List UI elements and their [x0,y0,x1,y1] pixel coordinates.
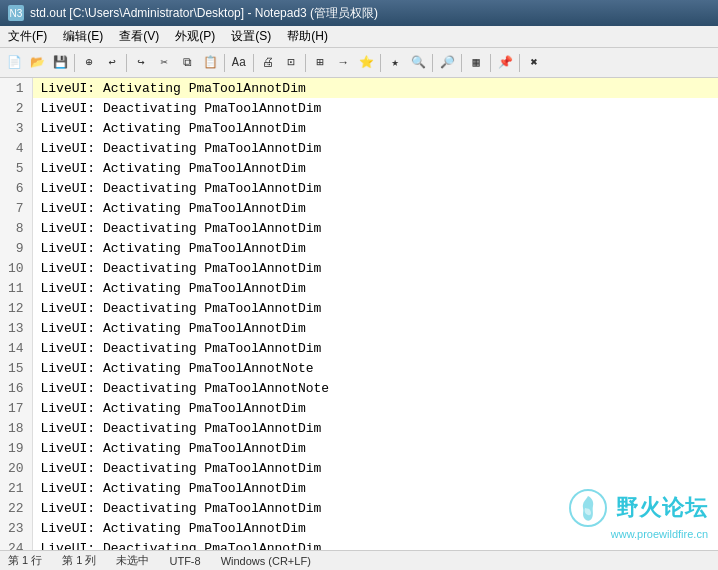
table-row: 17LiveUI: Activating PmaToolAnnotDim [0,398,718,418]
menu-bar: 文件(F)编辑(E)查看(V)外观(P)设置(S)帮助(H) [0,26,718,48]
line-table: 1LiveUI: Activating PmaToolAnnotDim2Live… [0,78,718,550]
toolbar-btn-new[interactable]: 📄 [3,52,25,74]
status-line: 第 1 行 [8,553,42,568]
table-row: 18LiveUI: Deactivating PmaToolAnnotDim [0,418,718,438]
status-lineend: Windows (CR+LF) [221,555,311,567]
toolbar-separator [432,54,433,72]
toolbar-btn-preview[interactable]: ⊡ [280,52,302,74]
table-row: 22LiveUI: Deactivating PmaToolAnnotDim [0,498,718,518]
toolbar-btn-zoom-out[interactable]: 🔎 [436,52,458,74]
line-content: LiveUI: Deactivating PmaToolAnnotDim [32,498,718,518]
table-row: 2LiveUI: Deactivating PmaToolAnnotDim [0,98,718,118]
line-content: LiveUI: Activating PmaToolAnnotDim [32,238,718,258]
window-title: std.out [C:\Users\Administrator\Desktop]… [30,5,710,22]
line-content: LiveUI: Deactivating PmaToolAnnotDim [32,538,718,550]
line-content: LiveUI: Deactivating PmaToolAnnotDim [32,98,718,118]
line-content: LiveUI: Deactivating PmaToolAnnotDim [32,258,718,278]
toolbar: 📄📂💾⊕↩↪✂⧉📋Aa🖨⊡⊞→⭐★🔍🔎▦📌✖ [0,48,718,78]
toolbar-btn-bookmark[interactable]: ⭐ [355,52,377,74]
line-content: LiveUI: Activating PmaToolAnnotDim [32,118,718,138]
table-row: 3LiveUI: Activating PmaToolAnnotDim [0,118,718,138]
menu-item-edit[interactable]: 编辑(E) [55,26,111,47]
menu-item-view[interactable]: 查看(V) [111,26,167,47]
toolbar-btn-pin[interactable]: 📌 [494,52,516,74]
line-content: LiveUI: Deactivating PmaToolAnnotDim [32,178,718,198]
line-content: LiveUI: Activating PmaToolAnnotDim [32,518,718,538]
status-col: 第 1 列 [62,553,96,568]
table-row: 14LiveUI: Deactivating PmaToolAnnotDim [0,338,718,358]
line-number: 19 [0,438,32,458]
table-row: 10LiveUI: Deactivating PmaToolAnnotDim [0,258,718,278]
table-row: 1LiveUI: Activating PmaToolAnnotDim [0,78,718,98]
menu-item-appearance[interactable]: 外观(P) [167,26,223,47]
table-row: 12LiveUI: Deactivating PmaToolAnnotDim [0,298,718,318]
line-content: LiveUI: Deactivating PmaToolAnnotDim [32,338,718,358]
toolbar-btn-open[interactable]: 📂 [26,52,48,74]
table-row: 6LiveUI: Deactivating PmaToolAnnotDim [0,178,718,198]
toolbar-separator [461,54,462,72]
status-bar: 第 1 行 第 1 列 未选中 UTF-8 Windows (CR+LF) [0,550,718,570]
toolbar-btn-redo[interactable]: ↪ [130,52,152,74]
line-content: LiveUI: Deactivating PmaToolAnnotDim [32,418,718,438]
line-content: LiveUI: Activating PmaToolAnnotDim [32,158,718,178]
line-number: 23 [0,518,32,538]
title-bar: N3 std.out [C:\Users\Administrator\Deskt… [0,0,718,26]
content-area[interactable]: 1LiveUI: Activating PmaToolAnnotDim2Live… [0,78,718,550]
line-content: LiveUI: Deactivating PmaToolAnnotDim [32,298,718,318]
toolbar-btn-find[interactable]: → [332,52,354,74]
line-content: LiveUI: Activating PmaToolAnnotDim [32,278,718,298]
line-number: 7 [0,198,32,218]
line-content: LiveUI: Activating PmaToolAnnotDim [32,398,718,418]
status-sel: 未选中 [116,553,149,568]
table-row: 7LiveUI: Activating PmaToolAnnotDim [0,198,718,218]
line-number: 13 [0,318,32,338]
toolbar-btn-zoom-in[interactable]: 🔍 [407,52,429,74]
line-content: LiveUI: Activating PmaToolAnnotDim [32,318,718,338]
toolbar-separator [490,54,491,72]
line-number: 9 [0,238,32,258]
toolbar-btn-save[interactable]: 💾 [49,52,71,74]
toolbar-btn-star[interactable]: ★ [384,52,406,74]
toolbar-btn-cut[interactable]: ✂ [153,52,175,74]
line-number: 8 [0,218,32,238]
toolbar-btn-wrap[interactable]: ▦ [465,52,487,74]
line-number: 21 [0,478,32,498]
table-row: 20LiveUI: Deactivating PmaToolAnnotDim [0,458,718,478]
line-content: LiveUI: Deactivating PmaToolAnnotDim [32,218,718,238]
toolbar-btn-copy[interactable]: ⧉ [176,52,198,74]
toolbar-btn-paste[interactable]: 📋 [199,52,221,74]
line-number: 15 [0,358,32,378]
toolbar-separator [253,54,254,72]
line-number: 4 [0,138,32,158]
table-row: 8LiveUI: Deactivating PmaToolAnnotDim [0,218,718,238]
toolbar-separator [305,54,306,72]
line-content: LiveUI: Deactivating PmaToolAnnotDim [32,458,718,478]
toolbar-btn-print[interactable]: 🖨 [257,52,279,74]
toolbar-separator [74,54,75,72]
line-number: 18 [0,418,32,438]
toolbar-btn-undo[interactable]: ↩ [101,52,123,74]
table-row: 9LiveUI: Activating PmaToolAnnotDim [0,238,718,258]
toolbar-btn-case[interactable]: Aa [228,52,250,74]
menu-item-settings[interactable]: 设置(S) [223,26,279,47]
line-number: 17 [0,398,32,418]
toolbar-btn-grid[interactable]: ⊞ [309,52,331,74]
table-row: 24LiveUI: Deactivating PmaToolAnnotDim [0,538,718,550]
table-row: 4LiveUI: Deactivating PmaToolAnnotDim [0,138,718,158]
toolbar-separator [380,54,381,72]
menu-item-file[interactable]: 文件(F) [0,26,55,47]
line-number: 24 [0,538,32,550]
line-number: 11 [0,278,32,298]
line-number: 3 [0,118,32,138]
app-icon: N3 [8,5,24,21]
line-number: 12 [0,298,32,318]
line-content: LiveUI: Activating PmaToolAnnotDim [32,478,718,498]
toolbar-separator [126,54,127,72]
line-number: 14 [0,338,32,358]
toolbar-btn-save-as[interactable]: ⊕ [78,52,100,74]
toolbar-btn-close[interactable]: ✖ [523,52,545,74]
line-number: 5 [0,158,32,178]
line-content: LiveUI: Deactivating PmaToolAnnotNote [32,378,718,398]
table-row: 23LiveUI: Activating PmaToolAnnotDim [0,518,718,538]
menu-item-help[interactable]: 帮助(H) [279,26,336,47]
